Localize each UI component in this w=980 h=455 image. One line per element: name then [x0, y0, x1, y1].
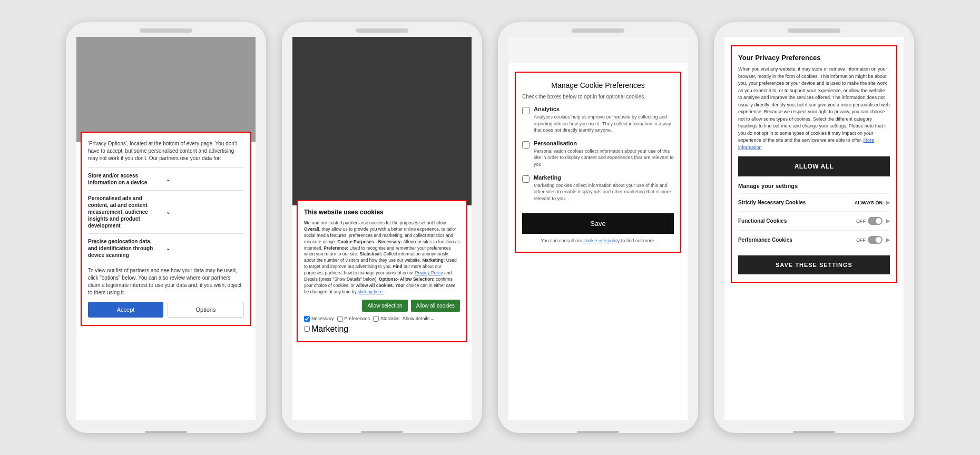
clicking-here-link[interactable]: clicking here.	[358, 289, 384, 294]
dialog-4-title: Your Privacy Preferences	[738, 54, 890, 62]
checkbox-statistics[interactable]: Statistics	[373, 316, 399, 322]
show-details-label: Show details	[403, 316, 429, 321]
cookie-dialog-2: This website uses cookies We and our tru…	[297, 200, 467, 342]
phone-2: This website uses cookies We and our tru…	[282, 22, 482, 433]
accordion-arrow-2: ⌄	[166, 209, 244, 215]
cookie-policy-link[interactable]: cookie use policy	[584, 238, 621, 243]
phone-1-home-bar	[145, 431, 187, 433]
cookie-dialog-3: Manage Cookie Preferences Check the boxe…	[515, 72, 681, 253]
accordion-arrow-1: ⌄	[166, 176, 244, 183]
phone-2-bg	[292, 37, 472, 205]
phone-2-frame: This website uses cookies We and our tru…	[282, 22, 482, 433]
phone-2-home-bar	[361, 431, 403, 433]
accordion-item-2[interactable]: Personalised ads and content, ad and con…	[88, 190, 244, 233]
cookie-dialog-4: Your Privacy Preferences When you visit …	[731, 45, 897, 283]
manage-settings-title: Manage your settings	[738, 183, 890, 189]
accordion-label-1: Store and/or access information on a dev…	[88, 172, 166, 186]
phone-3: Manage Cookie Preferences Check the boxe…	[498, 22, 698, 433]
performance-toggle-switch[interactable]	[868, 236, 883, 244]
phone-3-home-bar	[577, 431, 619, 433]
marketing-content: Marketing Marketing cookies collect info…	[534, 174, 674, 202]
settings-row-strictly[interactable]: Strictly Necessary Cookies ALWAYS ON ▶	[738, 193, 890, 211]
checkbox-marketing-label: Marketing	[311, 324, 348, 334]
checkbox-marketing-input[interactable]	[304, 326, 310, 332]
more-info-link[interactable]: More information	[738, 137, 874, 150]
allow-all-cookies-button[interactable]: Allow all cookies	[411, 300, 460, 312]
allow-all-button-4[interactable]: ALLOW ALL	[738, 156, 890, 176]
performance-right: OFF ▶	[856, 236, 890, 244]
cookie-option-personalisation: Personalisation Personalisation cookies …	[522, 140, 674, 168]
performance-label: Performance Cookies	[738, 237, 856, 243]
phone-4-content: Your Privacy Preferences When you visit …	[724, 37, 904, 291]
analytics-description: Analytics cookies help us improve our we…	[534, 114, 674, 134]
dialog-2-buttons: Allow selection Allow all cookies	[304, 300, 460, 312]
performance-off-label: OFF	[856, 238, 866, 243]
analytics-content: Analytics Analytics cookies help us impr…	[534, 106, 674, 134]
cookie-dialog-1: 'Privacy Options', located at the bottom…	[81, 132, 251, 326]
personalisation-label: Personalisation	[534, 140, 674, 146]
checkbox-marketing[interactable]: Marketing	[304, 324, 460, 334]
accordion-item-1[interactable]: Store and/or access information on a dev…	[88, 167, 244, 190]
checkbox-preferences-label: Preferences	[345, 316, 370, 321]
checkbox-preferences-input[interactable]	[337, 316, 343, 322]
dialog-2-body: We and our trusted partners use cookies …	[304, 220, 460, 295]
checkbox-preferences[interactable]: Preferences	[337, 316, 370, 322]
performance-toggle[interactable]: OFF	[856, 236, 883, 244]
functional-toggle-switch[interactable]	[868, 217, 883, 225]
phone-1-screen: 'Privacy Options', located at the bottom…	[76, 37, 256, 420]
checkbox-statistics-input[interactable]	[373, 316, 379, 322]
phone-3-top-bg	[508, 37, 688, 63]
phone-4-frame: Your Privacy Preferences When you visit …	[714, 22, 914, 433]
phone-1-frame: 'Privacy Options', located at the bottom…	[66, 22, 266, 433]
dialog-1-buttons: Accept Options	[88, 302, 244, 318]
consult-text: You can consult our cookie use policy to…	[522, 238, 674, 243]
analytics-label: Analytics	[534, 106, 674, 112]
phone-4-screen: Your Privacy Preferences When you visit …	[724, 37, 904, 420]
save-settings-button[interactable]: SAVE THESE SETTINGS	[738, 255, 890, 274]
phone-2-screen: This website uses cookies We and our tru…	[292, 37, 472, 420]
accordion-item-3[interactable]: Precise geolocation data, and identifica…	[88, 233, 244, 263]
show-details-chevron: ⌄	[430, 316, 435, 321]
accordion-label-3: Precise geolocation data, and identifica…	[88, 238, 166, 259]
dialog-2-checkboxes: Necessary Preferences Statistics Show de…	[304, 316, 460, 322]
dialog-1-footer: To view our list of partners and see how…	[88, 267, 244, 296]
cookie-option-analytics: Analytics Analytics cookies help us impr…	[522, 106, 674, 134]
functional-right: OFF ▶	[856, 217, 890, 225]
functional-label: Functional Cookies	[738, 218, 856, 224]
phone-1-bg	[76, 37, 256, 142]
allow-selection-button[interactable]: Allow selection	[362, 300, 407, 312]
marketing-description: Marketing cookies collect information ab…	[534, 182, 674, 202]
phone-3-notch	[572, 28, 624, 33]
dialog-4-body: When you visit any website, it may store…	[738, 66, 890, 151]
functional-off-label: OFF	[856, 219, 866, 224]
dialog-1-intro: 'Privacy Options', located at the bottom…	[88, 140, 244, 162]
checkbox-necessary-label: Necessary	[311, 316, 334, 321]
options-button[interactable]: Options	[168, 302, 244, 318]
phone-4: Your Privacy Preferences When you visit …	[714, 22, 914, 433]
settings-row-functional[interactable]: Functional Cookies OFF ▶	[738, 211, 890, 230]
functional-toggle[interactable]: OFF	[856, 217, 883, 225]
checkbox-necessary-input[interactable]	[304, 316, 310, 322]
cookie-option-marketing: Marketing Marketing cookies collect info…	[522, 174, 674, 202]
personalisation-description: Personalisation cookies collect informat…	[534, 148, 674, 168]
settings-row-performance[interactable]: Performance Cookies OFF ▶	[738, 230, 890, 249]
dialog-3-title: Manage Cookie Preferences	[522, 81, 674, 90]
show-details-button[interactable]: Show details ⌄	[403, 316, 435, 321]
phone-4-home-bar	[793, 431, 835, 433]
always-on-label: ALWAYS ON	[855, 200, 883, 205]
checkbox-marketing-3[interactable]	[522, 175, 530, 183]
consult-suffix: to find out more.	[621, 238, 655, 243]
checkbox-statistics-label: Statistics	[380, 316, 399, 321]
checkbox-personalisation[interactable]	[522, 141, 530, 149]
functional-chevron: ▶	[886, 217, 890, 224]
checkbox-analytics[interactable]	[522, 107, 530, 114]
save-button-3[interactable]: Save	[522, 213, 674, 234]
dialog-3-subtitle: Check the boxes below to opt-in for opti…	[522, 94, 674, 100]
privacy-policy-link[interactable]: Privacy Policy	[415, 270, 443, 275]
phone-3-content: Manage Cookie Preferences Check the boxe…	[508, 63, 688, 261]
accept-button[interactable]: Accept	[88, 302, 163, 318]
strictly-label: Strictly Necessary Cookies	[738, 200, 855, 205]
phone-1: 'Privacy Options', located at the bottom…	[66, 22, 266, 433]
checkbox-necessary[interactable]: Necessary	[304, 316, 334, 322]
strictly-chevron: ▶	[886, 199, 890, 206]
